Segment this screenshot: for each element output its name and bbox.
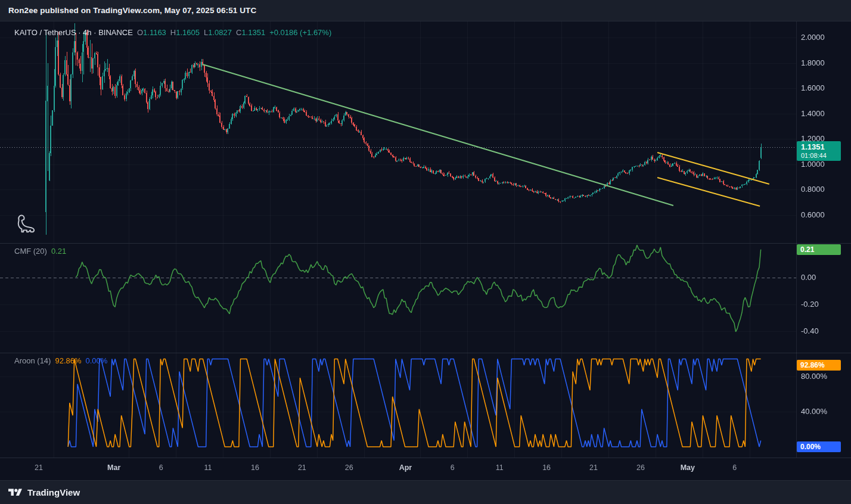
aroon-legend[interactable]: Aroon (14) 92.86% 0.00%	[14, 356, 107, 365]
open-value: 1.1163	[143, 28, 166, 37]
aroon-up-value: 92.86%	[55, 356, 81, 365]
cmf-value-badge: 0.21	[797, 244, 841, 255]
cmf-legend[interactable]: CMF (20) 0.21	[14, 247, 66, 256]
close-label: C	[236, 28, 241, 37]
tradingview-logo-icon[interactable]	[8, 487, 22, 498]
aroon-up-badge: 92.86%	[797, 360, 841, 371]
high-value: 1.1605	[176, 28, 200, 37]
close-value: 1.1351	[241, 28, 265, 37]
publish-bar: Ron2ee published on TradingView.com, May…	[0, 0, 851, 21]
aroon-title[interactable]: Aroon (14)	[14, 356, 51, 365]
chart-canvas[interactable]	[0, 0, 851, 504]
aroon-down-value: 0.00%	[86, 356, 108, 365]
symbol-title[interactable]: KAITO / TetherUS · 4h · BINANCE	[14, 28, 133, 37]
aroon-down-badge: 0.00%	[797, 441, 841, 452]
open-label: O	[137, 28, 143, 37]
price-badge: 1.1351 01:08:44	[797, 141, 841, 161]
cmf-value: 0.21	[51, 247, 66, 256]
tradingview-brand[interactable]: TradingView	[27, 487, 80, 497]
footer-bar: TradingView	[0, 480, 851, 504]
high-label: H	[170, 28, 176, 37]
publish-text: Ron2ee published on TradingView.com, May…	[8, 6, 256, 15]
price-badge-value: 1.1351	[801, 142, 837, 151]
tradingview-snapshot: Ron2ee published on TradingView.com, May…	[0, 0, 851, 504]
dino-watermark-icon	[15, 212, 38, 236]
low-value: 1.0827	[208, 28, 232, 37]
price-badge-countdown: 01:08:44	[801, 151, 837, 160]
change-value: +0.0186 (+1.67%)	[269, 28, 331, 37]
symbol-legend[interactable]: KAITO / TetherUS · 4h · BINANCE O1.1163 …	[14, 28, 331, 37]
cmf-title[interactable]: CMF (20)	[14, 247, 47, 256]
